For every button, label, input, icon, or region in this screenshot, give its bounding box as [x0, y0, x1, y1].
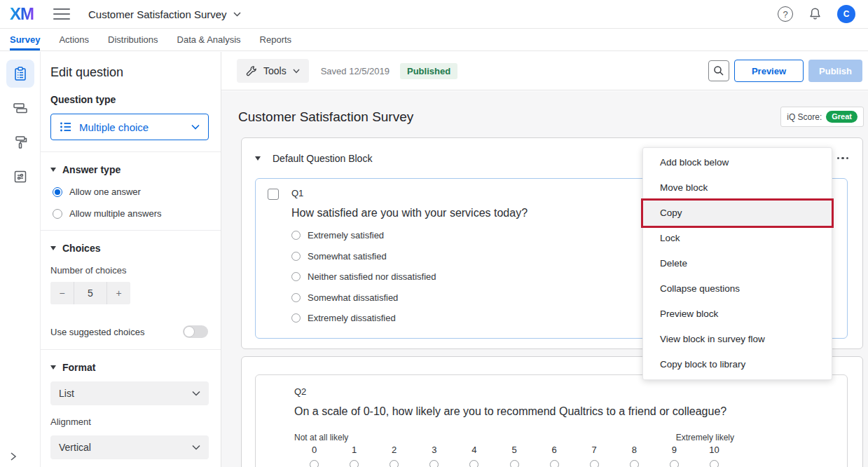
- block-collapse-caret-icon[interactable]: [255, 156, 261, 161]
- nps-radio[interactable]: [294, 460, 334, 467]
- nps-radio[interactable]: [535, 460, 574, 467]
- question-checkbox[interactable]: [268, 189, 279, 200]
- menu-item-copy-block-to-library[interactable]: Copy block to library: [643, 352, 832, 377]
- choice-label: Somewhat dissatisfied: [308, 292, 398, 303]
- increase-choices-button[interactable]: +: [107, 282, 130, 304]
- preview-button[interactable]: Preview: [734, 60, 804, 82]
- nps-scale-labels: 0 1 2 3 4 5 6 7 8 9 10: [294, 445, 734, 455]
- alignment-select[interactable]: Vertical: [50, 435, 209, 459]
- choice-row[interactable]: Extremely dissatisfied: [291, 313, 528, 323]
- expand-panel-chevron-icon[interactable]: [10, 452, 17, 461]
- notifications-bell-icon[interactable]: [808, 7, 822, 21]
- nps-label: 2: [374, 445, 414, 455]
- iq-score-value: Great: [826, 111, 857, 123]
- nps-radio[interactable]: [654, 460, 694, 467]
- nps-label: 4: [454, 445, 494, 455]
- radio-unselected-icon: [53, 209, 62, 219]
- use-suggested-choices-label: Use suggested choices: [50, 327, 144, 337]
- question-type-value: Multiple choice: [79, 121, 149, 133]
- nps-label: 7: [574, 445, 614, 455]
- answer-type-section-header[interactable]: Answer type: [50, 164, 208, 175]
- survey-toolbar: Tools Saved 12/5/2019 Published Preview …: [221, 52, 868, 90]
- block-title: Default Question Block: [273, 153, 372, 164]
- tab-actions[interactable]: Actions: [59, 29, 89, 50]
- question-text[interactable]: On a scale of 0-10, how likely are you t…: [294, 405, 847, 418]
- chevron-down-icon: [233, 12, 241, 17]
- publish-button[interactable]: Publish: [808, 60, 862, 82]
- survey-title: Customer Satisfaction Survey: [238, 109, 413, 125]
- use-suggested-choices-toggle[interactable]: [183, 325, 208, 338]
- menu-item-move-block[interactable]: Move block: [643, 175, 832, 201]
- choices-label: Choices: [62, 243, 100, 254]
- survey-title-switcher[interactable]: Customer Satisfaction Survey: [88, 8, 241, 20]
- menu-item-add-block-below[interactable]: Add block below: [643, 150, 832, 175]
- nps-radio[interactable]: [614, 460, 654, 467]
- tab-distributions[interactable]: Distributions: [108, 29, 158, 50]
- choices-count-value: 5: [74, 282, 107, 304]
- help-icon[interactable]: ?: [778, 6, 793, 22]
- choice-row[interactable]: Neither satisfied nor dissatisfied: [291, 271, 528, 282]
- question-id: Q2: [294, 386, 847, 397]
- allow-one-answer-option[interactable]: Allow one answer: [50, 187, 208, 197]
- nps-radio[interactable]: [454, 460, 494, 467]
- tab-reports[interactable]: Reports: [260, 29, 292, 50]
- nps-radio[interactable]: [494, 460, 534, 467]
- decrease-choices-button[interactable]: −: [50, 282, 74, 304]
- menu-item-collapse-questions[interactable]: Collapse questions: [643, 276, 832, 302]
- user-avatar[interactable]: C: [837, 5, 855, 23]
- top-bar-actions: ? C: [778, 5, 868, 23]
- nps-label: 9: [654, 445, 694, 455]
- choice-row[interactable]: Somewhat dissatisfied: [291, 292, 528, 303]
- multiple-choice-icon: [60, 121, 72, 133]
- nps-right-anchor: Extremely likely: [676, 433, 734, 442]
- caret-down-icon: [50, 168, 56, 172]
- nps-label: 1: [334, 445, 374, 455]
- survey-builder-icon[interactable]: [6, 60, 34, 88]
- menu-item-view-block-in-survey-flow[interactable]: View block in survey flow: [643, 327, 832, 352]
- blocks-icon[interactable]: [6, 94, 34, 122]
- tools-label: Tools: [263, 65, 287, 76]
- left-icon-rail: [0, 52, 41, 467]
- iq-score-badge[interactable]: iQ Score: Great: [780, 107, 864, 127]
- block-options-icon[interactable]: [836, 153, 850, 164]
- menu-item-lock[interactable]: Lock: [643, 226, 832, 251]
- caret-down-icon: [50, 365, 56, 370]
- tab-data-analysis[interactable]: Data & Analysis: [177, 29, 241, 50]
- format-select[interactable]: List: [50, 381, 209, 405]
- choice-row[interactable]: Somewhat satisfied: [291, 251, 528, 262]
- nps-radio[interactable]: [414, 460, 454, 467]
- tab-survey[interactable]: Survey: [10, 29, 40, 50]
- alignment-label: Alignment: [50, 417, 208, 427]
- alignment-value: Vertical: [59, 442, 91, 453]
- search-icon: [713, 65, 724, 76]
- tools-menu-button[interactable]: Tools: [237, 59, 309, 83]
- edit-question-panel: Edit question Question type Multiple cho…: [41, 52, 221, 467]
- menu-item-delete[interactable]: Delete: [643, 251, 832, 276]
- choice-row[interactable]: Extremely satisfied: [291, 230, 528, 241]
- menu-item-copy[interactable]: Copy: [643, 201, 832, 226]
- radio-selected-icon: [53, 187, 62, 197]
- top-bar: XM Customer Satisfaction Survey ? C: [0, 0, 868, 29]
- question-type-dropdown[interactable]: Multiple choice: [50, 114, 209, 140]
- question-text[interactable]: How satisfied are you with your services…: [291, 207, 528, 219]
- look-and-feel-roller-icon[interactable]: [6, 128, 34, 156]
- radio-unselected-icon: [291, 252, 301, 261]
- format-section-header[interactable]: Format: [50, 362, 208, 373]
- allow-multiple-answers-option[interactable]: Allow multiple answers: [50, 208, 208, 219]
- xm-logo: XM: [10, 6, 34, 22]
- nps-label: 0: [294, 445, 334, 455]
- nps-radio[interactable]: [374, 460, 414, 467]
- survey-switcher-label: Customer Satisfaction Survey: [88, 8, 227, 20]
- chevron-down-icon: [192, 391, 200, 396]
- hamburger-menu-icon[interactable]: [53, 5, 70, 23]
- nps-radio[interactable]: [334, 460, 374, 467]
- question-card-q2[interactable]: Q2 On a scale of 0-10, how likely are yo…: [255, 374, 848, 467]
- choices-section-header[interactable]: Choices: [50, 243, 208, 254]
- search-button[interactable]: [708, 60, 729, 81]
- question-type-label: Question type: [50, 94, 208, 105]
- survey-options-icon[interactable]: [6, 163, 34, 191]
- nps-radio[interactable]: [574, 460, 614, 467]
- nps-radio[interactable]: [694, 460, 734, 467]
- radio-unselected-icon: [291, 231, 301, 240]
- menu-item-preview-block[interactable]: Preview block: [643, 302, 832, 327]
